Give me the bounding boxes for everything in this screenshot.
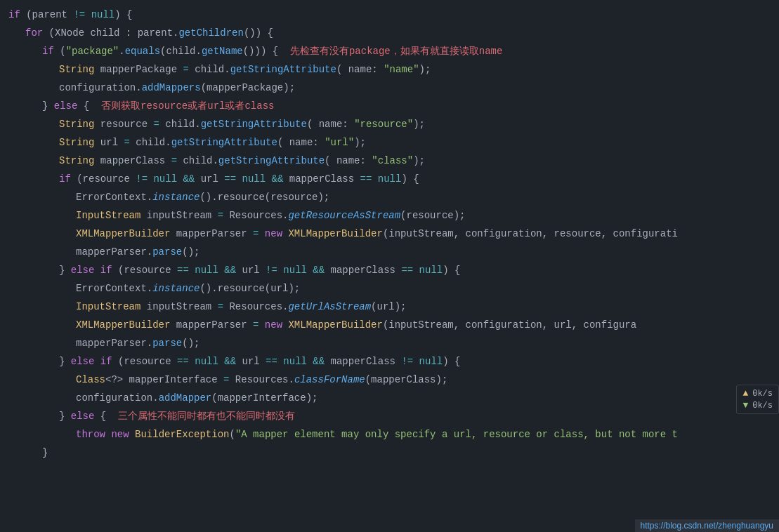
code-token: [189, 261, 195, 279]
code-token: mapperParser.: [76, 334, 152, 352]
code-token: ==: [266, 352, 277, 371]
code-token: [282, 316, 288, 334]
code-line: InputStream inputStream = Resources.getU…: [0, 298, 779, 316]
code-token: &&: [272, 170, 284, 188]
code-token: url: [94, 133, 124, 152]
code-token: [366, 152, 372, 170]
code-token: ()) {: [244, 24, 273, 42]
code-token: "url": [325, 133, 354, 152]
code-token: [218, 261, 224, 279]
code-token: [307, 352, 313, 371]
code-token: <?> mapperInterface: [105, 371, 223, 389]
code-token: else if: [71, 352, 112, 371]
code-line: String mapperPackage = child.getStringAt…: [0, 60, 779, 79]
code-token: [413, 261, 419, 279]
code-token: 否则获取resource或者url或者class: [101, 97, 274, 115]
code-token: String: [59, 152, 94, 170]
code-token: (inputStream, configuration, resource, c…: [383, 225, 678, 243]
code-token: .: [119, 42, 124, 60]
code-line: } else if (resource == null && url != nu…: [0, 261, 779, 279]
code-token: [177, 170, 183, 188]
code-token: if: [8, 6, 20, 24]
code-token: null: [242, 170, 266, 188]
code-token: );: [413, 152, 425, 170]
code-token: [378, 60, 384, 79]
code-line: configuration.addMappers(mapperPackage);: [0, 79, 779, 97]
code-token: classForName: [294, 371, 365, 389]
code-token: mapperClass: [94, 152, 171, 170]
code-token: 先检查有没有package，如果有就直接读取name: [290, 42, 502, 60]
code-token: ErrorContext.: [76, 188, 152, 206]
code-token: &&: [183, 170, 195, 188]
code-token: else: [54, 97, 78, 115]
network-overlay: ▲ 0k/s ▼ 0k/s: [736, 385, 779, 414]
code-token: String: [59, 60, 94, 79]
code-line: for (XNode child : parent.getChildren())…: [0, 24, 779, 42]
code-line: configuration.addMapper(mapperInterface)…: [0, 389, 779, 407]
code-token: url: [236, 352, 266, 371]
code-token: );: [419, 60, 431, 79]
code-token: [307, 261, 313, 279]
code-token: mapperClass: [325, 352, 401, 371]
code-token: null: [283, 261, 307, 279]
code-token: addMapper: [159, 389, 212, 407]
code-token: name:: [319, 115, 348, 133]
code-token: InputStream: [76, 298, 140, 316]
code-token: (resource: [71, 170, 136, 188]
code-token: (url);: [371, 298, 406, 316]
code-line: }: [0, 444, 779, 462]
code-token: XMLMapperBuilder: [76, 225, 170, 243]
code-line: Class<?> mapperInterface = Resources.cla…: [0, 371, 779, 389]
code-token: =: [218, 206, 223, 225]
code-line: mapperParser.parse();: [0, 334, 779, 352]
code-token: getStringAttribute: [218, 152, 325, 170]
code-token: !=: [73, 6, 85, 24]
code-token: &&: [313, 352, 325, 371]
code-token: }: [59, 261, 71, 279]
code-line: throw new BuilderException("A mapper ele…: [0, 425, 779, 444]
code-token: "resource": [354, 115, 413, 133]
code-line: mapperParser.parse();: [0, 243, 779, 261]
code-token: inputStream: [140, 206, 217, 225]
code-token: =: [253, 316, 258, 334]
code-token: ==: [401, 261, 413, 279]
code-token: ) {: [443, 261, 460, 279]
code-token: child.: [130, 133, 171, 152]
code-token: [319, 133, 325, 152]
code-token: new: [111, 425, 129, 444]
code-token: child.: [177, 152, 218, 170]
code-token: getStringAttribute: [171, 133, 277, 152]
code-token: (: [307, 115, 319, 133]
code-token: String: [59, 133, 94, 152]
code-token: ==: [177, 261, 189, 279]
code-token: =: [171, 152, 177, 170]
code-token: [413, 352, 419, 371]
code-token: new: [258, 225, 282, 243]
upload-speed: 0k/s: [752, 389, 773, 399]
code-token: BuilderException: [135, 425, 229, 444]
code-line: String mapperClass = child.getStringAttr…: [0, 152, 779, 170]
code-token: XMLMapperBuilder: [288, 225, 382, 243]
code-token: "package": [66, 42, 119, 60]
code-token: [282, 225, 288, 243]
code-token: inputStream: [140, 298, 217, 316]
code-token: null: [153, 170, 177, 188]
code-token: name:: [289, 133, 319, 152]
code-token: [129, 425, 135, 444]
code-token: getStringAttribute: [201, 115, 307, 133]
code-token: [189, 352, 195, 371]
code-token: getStringAttribute: [230, 60, 336, 79]
code-token: getUrlAsStream: [288, 298, 371, 316]
code-token: url: [236, 261, 266, 279]
code-lines: if (parent != null) {for (XNode child : …: [0, 6, 779, 462]
code-token: (resource: [112, 261, 177, 279]
code-token: instance: [152, 188, 199, 206]
code-token: "A mapper element may only specify a url…: [235, 425, 678, 444]
code-token: name:: [348, 60, 378, 79]
code-token: url: [195, 170, 224, 188]
code-token: (mapperClass);: [365, 371, 448, 389]
code-token: getChildren: [178, 24, 243, 42]
code-token: &&: [313, 261, 325, 279]
code-token: ErrorContext.: [76, 279, 152, 298]
code-token: =: [253, 225, 258, 243]
